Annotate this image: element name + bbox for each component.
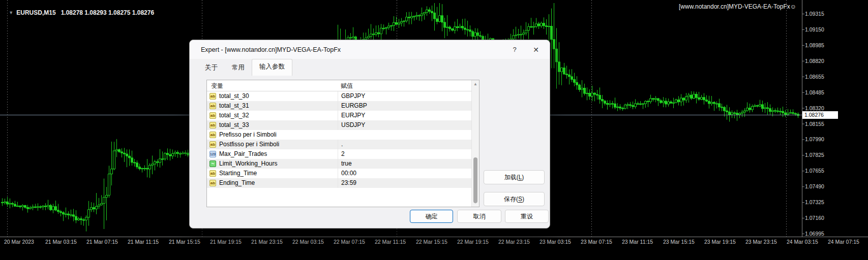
param-value[interactable]: 23:59 [338,178,471,188]
time-axis-label: 24 Mar 07:15 [828,239,859,245]
price-axis-label: 1.07990 [805,136,824,142]
ea-smiley-icon: ☺ [790,3,796,10]
chart-dropdown-icon[interactable]: ▼ [9,10,13,15]
tab-strip: 关于常用输入参数 [198,61,292,76]
price-axis-label: 1.08155 [805,121,824,127]
price-axis-label: 1.09315 [805,11,824,17]
str-param-icon: ab [209,93,216,100]
time-axis-label: 22 Mar 03:15 [292,239,324,245]
price-axis-label: 1.08655 [805,74,824,80]
load-button[interactable]: 加载(L) [484,170,545,184]
param-name: total_st_32 [219,111,249,120]
time-axis-label: 23 Mar 15:15 [663,239,695,245]
tab-关于[interactable]: 关于 [198,60,225,76]
scroll-up-icon[interactable]: ▲ [472,81,479,87]
param-value[interactable]: 00:00 [338,169,471,178]
time-axis-label: 22 Mar 11:15 [375,239,406,245]
price-axis-label: 1.07490 [805,183,824,189]
price-axis-label: 1.06995 [805,231,824,237]
time-axis-label: 22 Mar 19:15 [457,239,489,245]
tab-输入参数[interactable]: 输入参数 [252,59,292,76]
str-param-icon: ab [209,180,216,186]
table-row[interactable]: abtotal_st_32EURJPY [207,111,471,120]
time-axis-label: 21 Mar 15:15 [169,239,200,245]
cancel-button[interactable]: 取消 [457,210,501,223]
table-row[interactable]: abEnding_Time23:59 [207,178,471,188]
table-row[interactable]: abPrefisso per i Simboli [207,130,471,140]
time-axis-label: 23 Mar 19:15 [704,239,736,245]
time-axis-label: 23 Mar 11:15 [622,239,653,245]
param-name: Limit_Working_Hours [219,159,278,169]
time-axis-label: 21 Mar 23:15 [251,239,283,245]
table-rows: abtotal_st_30GBPJPYabtotal_st_31EURGBPab… [207,91,471,188]
table-row[interactable]: abtotal_st_31EURGBP [207,101,471,111]
param-value[interactable]: . [338,140,471,149]
table-row[interactable]: abPostfisso per i Simboli. [207,140,471,149]
time-axis-label: 22 Mar 07:15 [334,239,365,245]
bool-param-icon: ~ [209,160,216,167]
time-axis-label: 22 Mar 23:15 [498,239,530,245]
symbol-period: EURUSD,M15 [16,9,55,16]
time-axis-label: 23 Mar 07:15 [581,239,612,245]
time-axis-label: 21 Mar 19:15 [210,239,242,245]
time-axis-label: 24 Mar 03:15 [787,239,818,245]
param-name: Postfisso per i Simboli [219,140,279,149]
table-row[interactable]: ~Limit_Working_Hourstrue [207,159,471,169]
price-axis-label: 1.08985 [805,42,824,48]
str-param-icon: ab [209,141,216,148]
param-value[interactable]: USDJPY [338,120,471,130]
price-axis-label: 1.08320 [805,105,824,111]
time-axis-label: 23 Mar 23:15 [745,239,777,245]
price-axis-label: 1.07825 [805,152,824,158]
time-axis-label: 21 Mar 11:15 [128,239,159,245]
price-axis-label: 1.08485 [805,89,824,95]
mt4-chart-window: ▼EURUSD,M151.08278 1.08293 1.08275 1.082… [0,0,868,260]
param-value[interactable]: true [338,159,471,169]
ohlc-values: 1.08278 1.08293 1.08275 1.08276 [61,9,155,16]
time-axis-label: 21 Mar 07:15 [86,239,118,245]
price-axis-label: 1.07160 [805,215,824,221]
str-param-icon: ab [209,132,216,138]
dialog-titlebar[interactable]: Expert - [www.notandor.cn]MYD-VEGA-EA-To… [190,40,550,59]
close-icon[interactable]: ✕ [530,45,542,55]
time-axis-label: 22 Mar 15:15 [416,239,447,245]
str-param-icon: ab [209,170,216,177]
reset-button[interactable]: 重设 [505,210,549,223]
current-price-tag: 1.08276 [802,111,838,119]
price-axis-label: 1.08820 [805,58,824,64]
param-name: Prefisso per i Simboli [219,130,277,140]
str-param-icon: ab [209,112,216,119]
time-axis-label: 20 Mar 2023 [4,239,34,245]
table-header: 变量 赋值 [207,80,471,91]
price-axis-label: 1.07325 [805,199,824,205]
ea-title-label: [www.notandor.cn]MYD-VEGA-EA-TopFx☺ [0,3,796,10]
table-scrollbar[interactable]: ▲ ▼ [471,80,479,207]
param-value[interactable]: EURGBP [338,101,471,111]
param-name: total_st_30 [219,91,249,101]
int-param-icon: 123 [209,151,216,157]
parameters-table: 变量 赋值 abtotal_st_30GBPJPYabtotal_st_31EU… [206,80,480,207]
table-row[interactable]: abStarting_Time00:00 [207,169,471,178]
ok-button[interactable]: 确定 [410,210,453,223]
table-row[interactable]: abtotal_st_33USDJPY [207,120,471,130]
param-value[interactable]: EURJPY [338,111,471,120]
str-param-icon: ab [209,103,216,109]
time-axis-label: 21 Mar 03:15 [45,239,77,245]
param-value[interactable]: 2 [338,149,471,159]
column-header-variable: 变量 [211,80,223,91]
param-name: total_st_33 [219,120,249,130]
scrollbar-thumb[interactable] [473,157,477,203]
table-row[interactable]: abtotal_st_30GBPJPY [207,91,471,101]
price-axis-label: 1.07655 [805,168,824,174]
param-name: total_st_31 [219,101,249,111]
column-header-value: 赋值 [341,80,353,91]
str-param-icon: ab [209,122,216,128]
table-row[interactable]: 123Max_Pair_Trades2 [207,149,471,159]
help-button[interactable]: ? [509,45,520,55]
price-axis-label: 1.09150 [805,26,824,32]
tab-常用[interactable]: 常用 [225,60,252,76]
param-name: Max_Pair_Trades [219,149,267,159]
save-button[interactable]: 保存(S) [484,192,545,206]
expert-settings-dialog: Expert - [www.notandor.cn]MYD-VEGA-EA-To… [189,40,550,229]
param-value[interactable]: GBPJPY [338,91,471,101]
